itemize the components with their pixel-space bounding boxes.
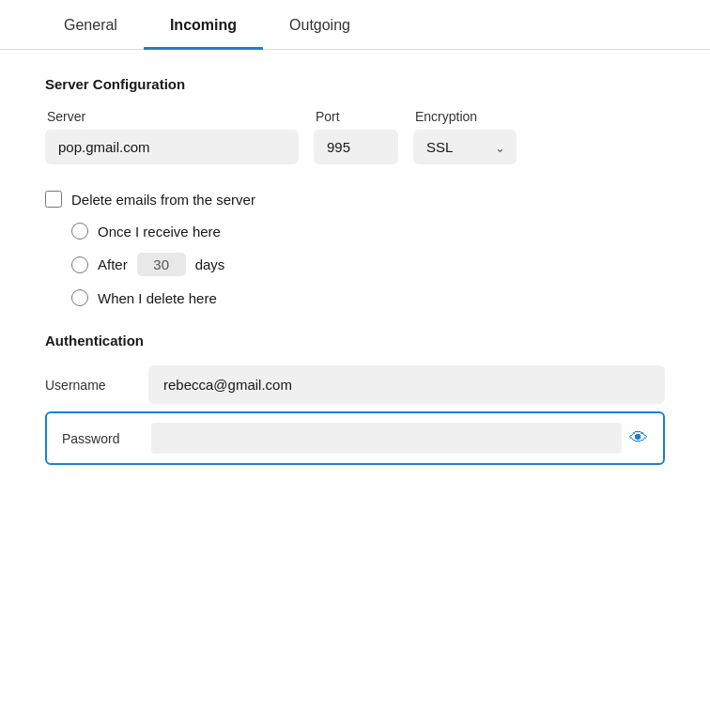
tab-bar: General Incoming Outgoing — [0, 0, 710, 50]
port-field-group: Port — [314, 109, 398, 164]
port-label: Port — [314, 109, 398, 124]
main-content: Server Configuration Server Port Encrypt… — [0, 76, 710, 465]
username-value: rebecca@gmail.com — [148, 365, 665, 404]
password-row[interactable]: Password 👁 — [45, 411, 665, 465]
radio-once[interactable] — [71, 223, 88, 240]
server-config-row: Server Port Encryption SSL TLS None ⌄ — [45, 109, 665, 164]
radio-once-row: Once I receive here — [71, 223, 665, 240]
port-input[interactable] — [314, 130, 398, 164]
auth-title: Authentication — [45, 333, 665, 349]
encryption-field-group: Encryption SSL TLS None ⌄ — [413, 109, 517, 164]
radio-options-group: Once I receive here After days When I de… — [45, 223, 665, 306]
encryption-select-wrapper: SSL TLS None ⌄ — [413, 130, 517, 164]
server-field-group: Server — [45, 109, 299, 164]
radio-after-row: After days — [71, 253, 665, 276]
password-label: Password — [62, 431, 151, 446]
radio-after[interactable] — [71, 256, 88, 273]
delete-section: Delete emails from the server Once I rec… — [45, 191, 665, 306]
auth-section: Authentication Username rebecca@gmail.co… — [45, 333, 665, 465]
username-label: Username — [45, 378, 148, 393]
radio-when-label: When I delete here — [98, 290, 217, 306]
tab-incoming[interactable]: Incoming — [144, 0, 263, 50]
server-config-title: Server Configuration — [45, 76, 665, 92]
delete-emails-checkbox-row: Delete emails from the server — [45, 191, 665, 208]
tab-outgoing[interactable]: Outgoing — [263, 0, 377, 50]
tab-general[interactable]: General — [38, 0, 144, 50]
delete-emails-checkbox[interactable] — [45, 191, 62, 208]
password-input[interactable] — [151, 423, 622, 454]
radio-when[interactable] — [71, 289, 88, 306]
radio-once-label: Once I receive here — [98, 224, 221, 240]
days-suffix-label: days — [195, 256, 225, 272]
radio-when-row: When I delete here — [71, 289, 665, 306]
days-input[interactable] — [137, 253, 186, 276]
delete-emails-label: Delete emails from the server — [71, 192, 255, 208]
eye-icon[interactable]: 👁 — [622, 427, 648, 449]
server-input[interactable] — [45, 130, 299, 164]
encryption-label: Encryption — [413, 109, 517, 124]
server-label: Server — [45, 109, 299, 124]
radio-after-label: After — [98, 256, 128, 272]
username-row: Username rebecca@gmail.com — [45, 365, 665, 404]
encryption-select[interactable]: SSL TLS None — [413, 130, 517, 164]
